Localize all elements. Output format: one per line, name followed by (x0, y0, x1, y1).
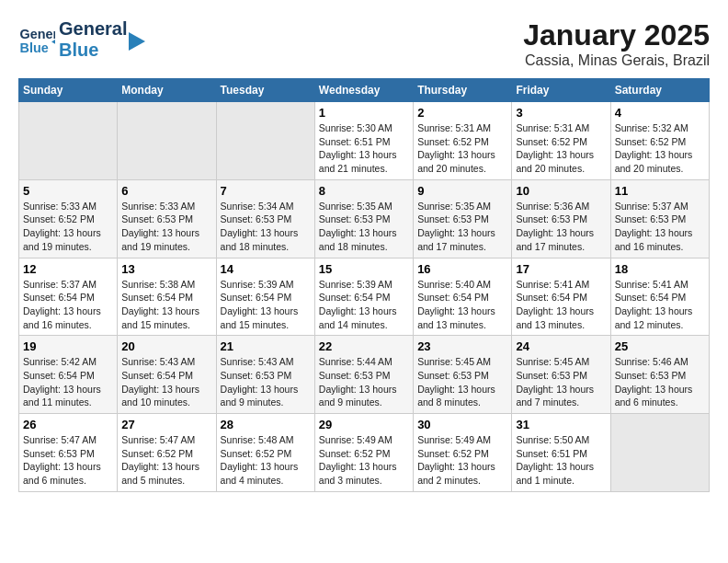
day-sunrise: Sunrise: 5:33 AM (23, 201, 97, 212)
calendar-week-row: 19 Sunrise: 5:42 AM Sunset: 6:54 PM Dayl… (19, 336, 710, 414)
day-sunset: Sunset: 6:54 PM (417, 292, 489, 303)
day-sunrise: Sunrise: 5:39 AM (319, 279, 392, 290)
day-number: 28 (221, 418, 311, 431)
day-sunset: Sunset: 6:53 PM (615, 213, 687, 224)
day-sunset: Sunset: 6:53 PM (516, 370, 587, 381)
day-number: 9 (417, 184, 507, 198)
day-number: 18 (615, 262, 705, 276)
day-sunset: Sunset: 6:53 PM (121, 213, 193, 224)
day-daylight: Daylight: 13 hours and 13 minutes. (417, 305, 495, 330)
day-sunset: Sunset: 6:54 PM (221, 292, 292, 303)
calendar-cell: 25 Sunrise: 5:46 AM Sunset: 6:53 PM Dayl… (610, 336, 709, 414)
day-sunrise: Sunrise: 5:44 AM (319, 356, 392, 367)
day-sunset: Sunset: 6:52 PM (319, 448, 391, 459)
day-daylight: Daylight: 13 hours and 18 minutes. (221, 227, 299, 252)
day-sunrise: Sunrise: 5:47 AM (121, 434, 195, 445)
day-sunrise: Sunrise: 5:45 AM (417, 356, 491, 367)
calendar-cell: 22 Sunrise: 5:44 AM Sunset: 6:53 PM Dayl… (314, 336, 413, 414)
calendar-cell: 5 Sunrise: 5:33 AM Sunset: 6:52 PM Dayli… (19, 179, 118, 258)
day-sunset: Sunset: 6:53 PM (319, 370, 391, 381)
day-daylight: Daylight: 13 hours and 4 minutes. (221, 461, 299, 486)
day-number: 1 (319, 106, 409, 120)
day-daylight: Daylight: 13 hours and 1 minute. (516, 461, 594, 486)
day-sunset: Sunset: 6:54 PM (23, 370, 95, 381)
calendar-cell: 11 Sunrise: 5:37 AM Sunset: 6:53 PM Dayl… (610, 179, 709, 258)
day-number: 3 (516, 106, 606, 120)
day-sunset: Sunset: 6:51 PM (516, 448, 587, 459)
day-daylight: Daylight: 13 hours and 19 minutes. (121, 227, 199, 252)
day-daylight: Daylight: 13 hours and 17 minutes. (417, 227, 495, 252)
calendar-cell: 18 Sunrise: 5:41 AM Sunset: 6:54 PM Dayl… (610, 258, 709, 336)
day-daylight: Daylight: 13 hours and 16 minutes. (23, 305, 101, 330)
day-daylight: Daylight: 13 hours and 18 minutes. (319, 227, 397, 252)
weekday-header-monday: Monday (118, 79, 216, 102)
logo-icon: General Blue (18, 21, 55, 58)
calendar-cell: 16 Sunrise: 5:40 AM Sunset: 6:54 PM Dayl… (414, 258, 512, 336)
calendar-cell: 30 Sunrise: 5:49 AM Sunset: 6:52 PM Dayl… (414, 414, 512, 492)
weekday-header-friday: Friday (512, 79, 610, 102)
calendar-cell: 15 Sunrise: 5:39 AM Sunset: 6:54 PM Dayl… (314, 258, 413, 336)
day-sunrise: Sunrise: 5:31 AM (516, 122, 589, 133)
day-sunrise: Sunrise: 5:30 AM (319, 122, 392, 133)
day-number: 23 (417, 339, 507, 353)
day-daylight: Daylight: 13 hours and 20 minutes. (516, 149, 594, 174)
calendar-cell: 31 Sunrise: 5:50 AM Sunset: 6:51 PM Dayl… (512, 414, 610, 492)
day-sunset: Sunset: 6:54 PM (319, 292, 391, 303)
svg-marker-3 (129, 32, 145, 51)
day-number: 16 (417, 262, 507, 276)
day-sunrise: Sunrise: 5:49 AM (417, 434, 491, 445)
day-daylight: Daylight: 13 hours and 8 minutes. (417, 384, 495, 408)
svg-text:General: General (20, 27, 55, 41)
day-daylight: Daylight: 13 hours and 19 minutes. (23, 227, 101, 252)
title-area: January 2025 Cassia, Minas Gerais, Brazi… (523, 18, 710, 69)
day-number: 26 (23, 418, 113, 431)
day-sunset: Sunset: 6:54 PM (615, 292, 687, 303)
day-sunset: Sunset: 6:53 PM (615, 370, 687, 381)
day-number: 22 (319, 339, 409, 353)
day-daylight: Daylight: 13 hours and 20 minutes. (615, 149, 693, 174)
day-sunrise: Sunrise: 5:41 AM (615, 279, 688, 290)
day-sunset: Sunset: 6:52 PM (516, 136, 587, 147)
day-daylight: Daylight: 13 hours and 12 minutes. (615, 305, 693, 330)
day-sunrise: Sunrise: 5:35 AM (417, 201, 491, 212)
calendar-cell: 26 Sunrise: 5:47 AM Sunset: 6:53 PM Dayl… (19, 414, 118, 492)
day-daylight: Daylight: 13 hours and 11 minutes. (23, 384, 101, 408)
day-sunrise: Sunrise: 5:48 AM (221, 434, 294, 445)
day-number: 6 (121, 184, 211, 198)
calendar-cell (19, 102, 118, 180)
calendar-cell (118, 102, 216, 180)
calendar-week-row: 1 Sunrise: 5:30 AM Sunset: 6:51 PM Dayli… (19, 102, 710, 180)
day-sunrise: Sunrise: 5:38 AM (121, 279, 195, 290)
calendar-cell: 27 Sunrise: 5:47 AM Sunset: 6:52 PM Dayl… (118, 414, 216, 492)
day-sunset: Sunset: 6:53 PM (221, 370, 292, 381)
day-sunrise: Sunrise: 5:41 AM (516, 279, 589, 290)
day-sunrise: Sunrise: 5:46 AM (615, 356, 688, 367)
calendar-cell: 21 Sunrise: 5:43 AM Sunset: 6:53 PM Dayl… (216, 336, 314, 414)
logo-line1: General (59, 18, 127, 40)
day-number: 4 (615, 106, 705, 120)
day-number: 13 (121, 262, 211, 276)
day-sunset: Sunset: 6:54 PM (121, 292, 193, 303)
weekday-header-thursday: Thursday (414, 79, 512, 102)
calendar-header: SundayMondayTuesdayWednesdayThursdayFrid… (19, 79, 710, 102)
day-sunrise: Sunrise: 5:36 AM (516, 201, 589, 212)
day-number: 27 (121, 418, 211, 431)
day-daylight: Daylight: 13 hours and 16 minutes. (615, 227, 693, 252)
logo-line2: Blue (59, 40, 127, 61)
calendar-cell (610, 414, 709, 492)
day-sunset: Sunset: 6:52 PM (417, 448, 489, 459)
weekday-header-wednesday: Wednesday (314, 79, 413, 102)
weekday-header-sunday: Sunday (19, 79, 118, 102)
day-number: 8 (319, 184, 409, 198)
calendar-cell (216, 102, 314, 180)
day-number: 7 (221, 184, 311, 198)
day-number: 5 (23, 184, 113, 198)
calendar-cell: 6 Sunrise: 5:33 AM Sunset: 6:53 PM Dayli… (118, 179, 216, 258)
day-number: 25 (615, 339, 705, 353)
day-sunrise: Sunrise: 5:31 AM (417, 122, 491, 133)
day-number: 2 (417, 106, 507, 120)
day-number: 12 (23, 262, 113, 276)
day-sunrise: Sunrise: 5:37 AM (615, 201, 688, 212)
day-number: 20 (121, 339, 211, 353)
day-sunrise: Sunrise: 5:42 AM (23, 356, 97, 367)
